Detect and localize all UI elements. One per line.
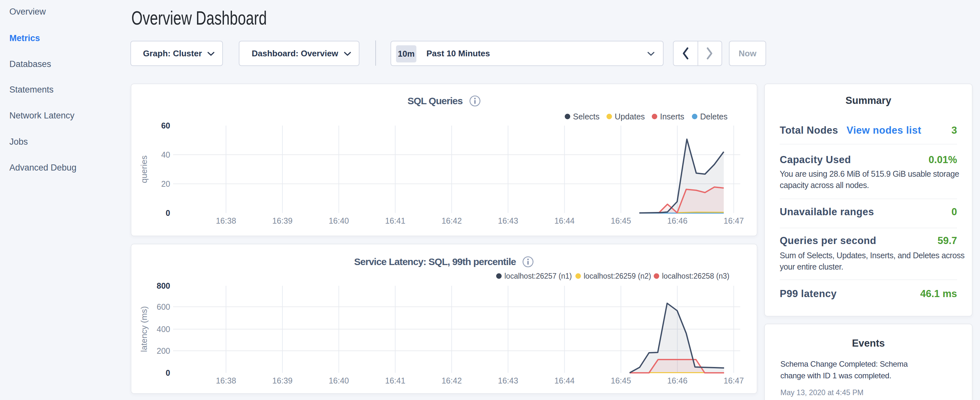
svg-text:Deletes: Deletes bbox=[700, 112, 728, 121]
svg-text:localhost:26257 (n1): localhost:26257 (n1) bbox=[504, 272, 572, 280]
svg-text:600: 600 bbox=[157, 302, 170, 311]
svg-text:16:46: 16:46 bbox=[667, 216, 687, 225]
svg-text:16:39: 16:39 bbox=[272, 376, 293, 385]
svg-text:40: 40 bbox=[161, 150, 170, 159]
svg-text:Inserts: Inserts bbox=[660, 112, 684, 121]
svg-text:16:40: 16:40 bbox=[329, 376, 349, 385]
svg-text:16:47: 16:47 bbox=[724, 376, 744, 385]
svg-text:200: 200 bbox=[157, 346, 170, 355]
svg-text:16:41: 16:41 bbox=[385, 376, 406, 385]
svg-text:16:42: 16:42 bbox=[442, 216, 462, 225]
svg-text:localhost:26258 (n3): localhost:26258 (n3) bbox=[662, 272, 729, 280]
svg-text:16:38: 16:38 bbox=[216, 216, 236, 225]
svg-text:16:39: 16:39 bbox=[272, 216, 293, 225]
svg-text:queries: queries bbox=[139, 155, 149, 183]
svg-text:latency (ms): latency (ms) bbox=[139, 306, 149, 352]
svg-text:16:38: 16:38 bbox=[216, 376, 236, 385]
svg-text:16:41: 16:41 bbox=[385, 216, 406, 225]
svg-text:16:43: 16:43 bbox=[498, 216, 518, 225]
svg-text:0: 0 bbox=[165, 209, 170, 217]
svg-text:Selects: Selects bbox=[573, 112, 600, 121]
svg-text:16:47: 16:47 bbox=[724, 216, 744, 225]
svg-text:16:46: 16:46 bbox=[667, 376, 687, 385]
svg-text:16:45: 16:45 bbox=[611, 216, 631, 225]
svg-text:800: 800 bbox=[157, 281, 170, 290]
svg-text:16:42: 16:42 bbox=[442, 376, 462, 385]
svg-text:0: 0 bbox=[165, 368, 170, 377]
svg-text:16:45: 16:45 bbox=[611, 376, 631, 385]
svg-text:16:44: 16:44 bbox=[554, 376, 574, 385]
svg-text:Updates: Updates bbox=[615, 112, 645, 121]
svg-text:localhost:26259 (n2): localhost:26259 (n2) bbox=[584, 272, 651, 280]
svg-text:16:44: 16:44 bbox=[554, 216, 574, 225]
svg-text:400: 400 bbox=[157, 325, 170, 334]
svg-text:60: 60 bbox=[161, 121, 170, 130]
svg-text:20: 20 bbox=[161, 179, 170, 188]
svg-text:16:40: 16:40 bbox=[329, 216, 349, 225]
svg-text:16:43: 16:43 bbox=[498, 376, 518, 385]
